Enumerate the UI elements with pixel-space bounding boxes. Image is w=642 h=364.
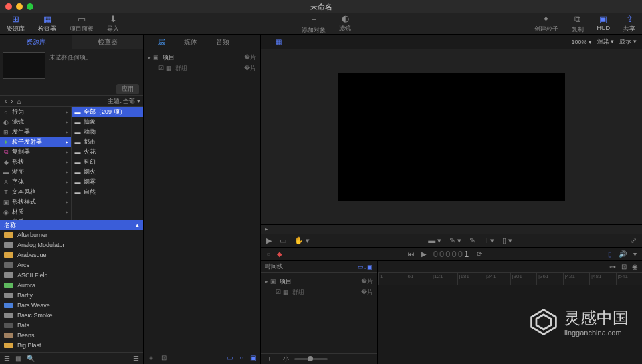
toolbar-资源库[interactable]: ⊞资源库 [0, 13, 31, 35]
record-icon[interactable]: ○ [266, 250, 270, 258]
select-tool-icon[interactable]: ▶ [266, 236, 272, 245]
category-粒子发射器[interactable]: ✦粒子发射器▸ [0, 137, 71, 147]
row-size-slider[interactable] [294, 358, 328, 360]
subcategory-抽象[interactable]: ▬抽象 [72, 117, 143, 127]
toolbar-共享[interactable]: ⇪共享 [617, 13, 642, 35]
preset-Bars Weave[interactable]: Bars Weave [0, 300, 143, 310]
render-menu[interactable]: 渲染 ▾ [597, 37, 615, 46]
category-材质[interactable]: ◉材质▸ [0, 207, 71, 217]
shape-tool-icon[interactable]: ✎ [469, 236, 475, 245]
category-音乐[interactable]: ♪音乐▸ [0, 217, 71, 220]
layer-群组[interactable]: ☑ ▦群组�片 [144, 63, 260, 73]
toolbar-复制[interactable]: ⧉复制 [565, 13, 591, 35]
timecode-display[interactable]: 000001 [433, 249, 470, 259]
preset-Basic Smoke[interactable]: Basic Smoke [0, 310, 143, 320]
tl-more-icon[interactable]: ▾ [633, 250, 637, 258]
subcategory-烟雾[interactable]: ▬烟雾 [72, 177, 143, 187]
category-形状样式[interactable]: ▣形状样式▸ [0, 197, 71, 207]
list-view-icon[interactable]: ☰ [133, 355, 139, 362]
preset-Bats[interactable]: Bats [0, 320, 143, 330]
category-滤镜[interactable]: ◐滤镜▸ [0, 117, 71, 127]
toolbar-项目面板[interactable]: ▭项目面板 [63, 13, 100, 35]
category-发生器[interactable]: ⊞发生器▸ [0, 127, 71, 137]
close-icon[interactable] [5, 3, 12, 10]
toolbar-检查器[interactable]: ▦检查器 [31, 13, 63, 35]
preset-Analog Modulator[interactable]: Analog Modulator [0, 240, 143, 250]
preset-Arcs[interactable]: Arcs [0, 260, 143, 270]
keyframe-icon[interactable]: ◆ [277, 250, 282, 258]
category-行为[interactable]: ○行为▸ [0, 107, 71, 117]
search-icon[interactable]: 🔍 [27, 355, 35, 362]
rect-tool-icon[interactable]: ▭ [280, 236, 286, 245]
subcategory-火花[interactable]: ▬火花 [72, 147, 143, 157]
tl-lock-icon[interactable]: ▣ [367, 264, 373, 270]
subcategory-都市[interactable]: ▬都市 [72, 137, 143, 147]
back-icon[interactable]: ‹ [3, 98, 9, 105]
minimize-icon[interactable] [16, 3, 23, 10]
toolbar-导入[interactable]: ⬇导入 [100, 13, 126, 35]
category-形状[interactable]: ◆形状▸ [0, 157, 71, 167]
add-icon[interactable]: ＋ [148, 353, 154, 363]
tab-layers[interactable]: 层 [149, 37, 175, 47]
category-文本风格[interactable]: T文本风格▸ [0, 187, 71, 197]
grid-icon[interactable]: ▦ [15, 355, 21, 362]
tab-library[interactable]: 资源库 [0, 35, 72, 49]
tl-snap-icon[interactable]: ◉ [632, 263, 638, 270]
canvas[interactable] [338, 73, 565, 201]
maximize-icon[interactable] [27, 3, 33, 10]
preset-Barfly[interactable]: Barfly [0, 290, 143, 300]
toolbar-添加对象[interactable]: ＋添加对象 [295, 12, 332, 36]
clone-icon[interactable]: ○ [239, 354, 243, 361]
lock-icon[interactable]: ▣ [250, 354, 256, 361]
tl-fit-icon[interactable]: ⊶ [609, 263, 616, 270]
timeline-tracks[interactable]: ⊶ ⊡ ◉ 1|61|121|181|241|301|361|421|481|5… [378, 261, 642, 364]
preset-Beans[interactable]: Beans [0, 330, 143, 340]
preset-ASCII Field[interactable]: ASCII Field [0, 270, 143, 280]
tl-add-icon[interactable]: ＋ [266, 355, 272, 363]
toolbar-HUD[interactable]: ▣HUD [591, 13, 617, 35]
viewer-tab-icon[interactable]: ▦ [266, 38, 291, 45]
subcategory-科幻[interactable]: ▬科幻 [72, 157, 143, 167]
tl-zoom-icon[interactable]: ⊡ [621, 263, 627, 270]
timeline-ruler[interactable]: 1|61|121|181|241|301|361|421|481|541 [378, 273, 642, 285]
category-渐变[interactable]: ▬渐变▸ [0, 167, 71, 177]
layer-群组[interactable]: ☑ ▦群组�片 [261, 287, 377, 297]
tab-media[interactable]: 媒体 [175, 37, 207, 47]
subcategory-全部（209 项）[interactable]: ▬全部（209 项） [72, 107, 143, 117]
forward-icon[interactable]: › [9, 98, 15, 105]
preset-Arabesque[interactable]: Arabesque [0, 250, 143, 260]
text-tool-icon[interactable]: T ▾ [484, 236, 494, 245]
layer-项目[interactable]: ▸ ▣项目�片 [261, 276, 377, 287]
apply-button[interactable]: 应用 [116, 84, 139, 94]
canvas-area[interactable] [261, 49, 642, 224]
mini-timeline[interactable]: ▸ [261, 224, 642, 234]
goto-start-icon[interactable]: ⏮ [408, 250, 415, 258]
show-menu[interactable]: 显示 ▾ [619, 37, 637, 46]
toolbar-滤镜[interactable]: ◐滤镜 [332, 12, 358, 36]
filter-icon[interactable]: ⊡ [161, 354, 167, 361]
category-复制器[interactable]: ⧉复制器▸ [0, 147, 71, 157]
crop-tool-icon[interactable]: ▯ ▾ [502, 236, 512, 245]
preset-Afterburner[interactable]: Afterburner [0, 230, 143, 240]
tab-inspector[interactable]: 检查器 [72, 35, 143, 49]
preset-Big Blast[interactable]: Big Blast [0, 340, 143, 350]
stack-icon[interactable]: ☰ [4, 355, 10, 362]
zoom-level[interactable]: 100% ▾ [571, 39, 592, 45]
mask-tool-icon[interactable]: ✎ ▾ [449, 236, 461, 245]
expand-icon[interactable]: ⤢ [631, 236, 637, 245]
name-column-header[interactable]: 名称▴ [0, 220, 143, 230]
view-tool-icon[interactable]: ▬ ▾ [428, 236, 441, 245]
preset-Aurora[interactable]: Aurora [0, 280, 143, 290]
subcategory-烟火[interactable]: ▬烟火 [72, 167, 143, 177]
subcategory-自然[interactable]: ▬自然 [72, 187, 143, 197]
path-icon[interactable]: ⌂ [15, 98, 23, 105]
play-icon[interactable]: ▶ [421, 250, 427, 258]
mask-icon[interactable]: ▭ [227, 354, 233, 361]
layer-项目[interactable]: ▸ ▣项目�片 [144, 52, 260, 63]
loop-icon[interactable]: ⟳ [477, 250, 482, 258]
tl-view1-icon[interactable]: ▯ [608, 250, 612, 258]
theme-filter[interactable]: 主题: 全部 ▾ [108, 97, 140, 106]
subcategory-动物[interactable]: ▬动物 [72, 127, 143, 137]
hand-tool-icon[interactable]: ✋ ▾ [294, 236, 310, 245]
category-字体[interactable]: A字体▸ [0, 177, 71, 187]
